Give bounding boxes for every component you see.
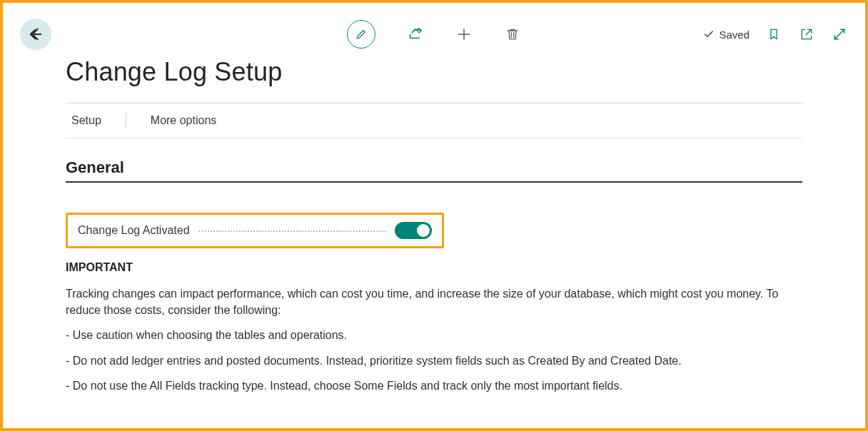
- plus-icon: [456, 26, 472, 42]
- page-title: Change Log Setup: [66, 57, 802, 87]
- expand-icon: [832, 27, 847, 41]
- toggle-knob: [417, 224, 430, 237]
- important-heading: IMPORTANT: [66, 261, 802, 274]
- popout-icon: [799, 27, 814, 41]
- share-icon: [408, 26, 423, 42]
- dotted-leader: [198, 230, 386, 232]
- trash-icon: [505, 27, 520, 41]
- svg-line-7: [834, 29, 844, 39]
- share-button[interactable]: [407, 26, 424, 43]
- tab-more-options[interactable]: More options: [145, 110, 223, 131]
- important-item-2: - Do not add ledger entries and posted d…: [66, 353, 794, 369]
- page-frame: Saved Change Log Setup Setup: [0, 0, 868, 431]
- change-log-activated-row: Change Log Activated: [66, 213, 444, 248]
- toolbar-center: [347, 20, 521, 49]
- new-button[interactable]: [455, 26, 473, 43]
- important-item-3: - Do not use the All Fields tracking typ…: [66, 377, 794, 394]
- status-label: Saved: [719, 29, 750, 41]
- delete-button[interactable]: [504, 26, 521, 43]
- content-area: Change Log Setup Setup More options Gene…: [66, 57, 802, 394]
- svg-line-6: [806, 29, 812, 35]
- change-log-activated-label: Change Log Activated: [78, 224, 190, 237]
- toolbar-right: Saved: [703, 19, 848, 50]
- check-icon: [703, 29, 715, 40]
- status-saved: Saved: [703, 29, 750, 41]
- tab-divider: [126, 113, 126, 128]
- divider: [66, 138, 802, 138]
- bookmark-icon: [767, 27, 781, 41]
- tab-setup[interactable]: Setup: [66, 110, 107, 131]
- action-bar: Setup More options: [66, 103, 802, 138]
- edit-button[interactable]: [347, 20, 375, 49]
- important-item-1: - Use caution when choosing the tables a…: [66, 327, 794, 343]
- pencil-icon: [355, 28, 368, 41]
- section-general-heading: General: [66, 158, 802, 183]
- change-log-activated-toggle[interactable]: [395, 222, 432, 239]
- bookmark-button[interactable]: [765, 26, 782, 43]
- expand-button[interactable]: [831, 26, 848, 43]
- popout-button[interactable]: [798, 26, 815, 43]
- important-intro: Tracking changes can impact performance,…: [66, 285, 794, 318]
